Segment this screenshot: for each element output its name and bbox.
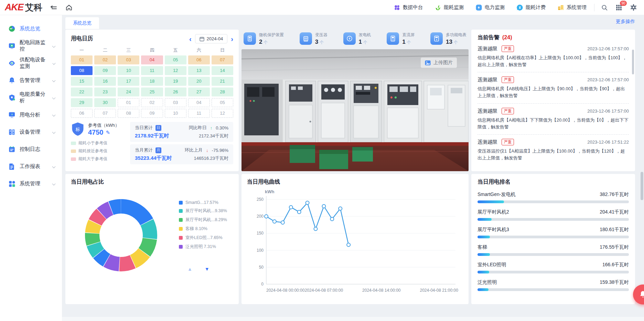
sidebar-item-2[interactable]: 配电回路监控 [0, 37, 62, 54]
sidebar-item-8[interactable]: 控制日志 [0, 141, 62, 158]
calendar-day[interactable]: 28 [212, 87, 233, 96]
calendar-day[interactable]: 02 [94, 55, 116, 64]
transformer-icon [300, 32, 312, 45]
calendar-day[interactable]: 10 [165, 109, 186, 118]
legend-label: 能耗接近参考值 [78, 148, 107, 154]
rank-list: SmartGen-发电机382.76千瓦时展厅平时风机2204.41千瓦时展厅平… [477, 191, 629, 291]
calendar-day[interactable]: 14 [212, 66, 233, 75]
calendar-day[interactable]: 03 [165, 98, 186, 107]
page-scrollbar[interactable] [641, 172, 643, 200]
alerts-scrollbar[interactable] [632, 50, 634, 74]
system-settings-icon [8, 180, 15, 187]
sidebar-item-5[interactable]: 电能质量分析 [0, 89, 62, 106]
calendar-day[interactable]: 05 [165, 55, 186, 64]
sidebar-item-4[interactable]: 告警管理 [0, 72, 62, 89]
generator-icon [343, 32, 356, 45]
calendar-day[interactable]: 13 [188, 66, 210, 75]
nav-item-energy-monitor[interactable]: 能耗监测 [434, 4, 464, 11]
calendar-day[interactable]: 25 [141, 87, 163, 96]
search-icon[interactable] [600, 3, 609, 12]
legend-swatch-near [71, 149, 76, 153]
calendar-day[interactable]: 04 [141, 55, 163, 64]
sidebar-item-3[interactable]: 供配电设备监测 [0, 54, 62, 72]
calendar-day[interactable]: 03 [118, 55, 139, 64]
sidebar-item-6[interactable]: 用电分析 [0, 106, 62, 123]
calendar-day[interactable]: 04 [188, 98, 210, 107]
calendar-day[interactable]: 09 [94, 66, 116, 75]
alert-message: 信息网络机房【A相视在功率】上上限值为【100.00】，当前值为【100】，超出… [477, 54, 629, 68]
calendar-day[interactable]: 16 [94, 77, 116, 86]
calendar-day[interactable]: 12 [165, 66, 186, 75]
calendar-day[interactable]: 08 [71, 66, 93, 75]
sidebar-collapse-icon[interactable] [49, 2, 59, 13]
calendar-day[interactable]: 21 [212, 77, 233, 86]
calendar-day[interactable]: 10 [118, 66, 139, 75]
line-chart: kWh0501001502002502024-04-08 00:00:00202… [247, 187, 463, 298]
calendar-next-icon[interactable]: › [231, 35, 233, 42]
device-stat-generator: 发电机1个 [343, 32, 371, 45]
alert-message: 变压器温控仪1【A相温度】上上限值为【100.00】，当前值为【120】，超出上… [477, 148, 629, 162]
sidebar-item-7[interactable]: 设备管理 [0, 123, 62, 141]
rank-row-top: 展厅平时风机3180.61千瓦时 [477, 227, 629, 233]
calendar-day[interactable]: 05 [212, 98, 233, 107]
header-nav: 数据中台能耗监测电力监测¥能耗计费系统管理 [394, 4, 587, 11]
calendar-day[interactable]: 22 [71, 87, 93, 96]
edit-reference-icon[interactable]: ✎ [106, 130, 110, 136]
nav-item-system-admin[interactable]: 系统管理 [557, 4, 587, 11]
calendar-day[interactable]: 26 [165, 87, 186, 96]
calendar-day[interactable]: 17 [118, 77, 139, 86]
alert-time: 2023-12-06 17:57:00 [587, 77, 629, 82]
calendar-day[interactable]: 23 [94, 87, 116, 96]
donut-chart [78, 192, 164, 280]
equipment-photo: 上传图片 [242, 49, 469, 171]
calendar-day[interactable]: 19 [165, 77, 186, 86]
home-icon[interactable] [64, 2, 74, 13]
equipment-server-icon [8, 128, 15, 136]
calendar-prev-icon[interactable]: ‹ [189, 35, 192, 42]
calendar-day[interactable]: 12 [212, 109, 233, 118]
compare-value: 2172.34千瓦时 [189, 133, 228, 139]
calendar-day[interactable]: 18 [141, 77, 163, 86]
device-unit: 个 [363, 40, 367, 45]
calendar-day[interactable]: 01 [71, 55, 93, 64]
sidebar-item-10[interactable]: 系统管理 [0, 175, 62, 192]
rank-bar-fill [477, 218, 492, 221]
calendar-day[interactable]: 29 [71, 98, 93, 107]
calendar-day[interactable]: 07 [94, 109, 116, 118]
calendar-day[interactable]: 01 [118, 98, 139, 107]
calendar-day[interactable]: 07 [212, 55, 233, 64]
chevron-down-icon [52, 182, 56, 185]
calendar-day[interactable]: 02 [141, 98, 163, 107]
calendar-day[interactable]: 08 [118, 109, 139, 118]
calendar-day[interactable]: 30 [94, 98, 116, 107]
pie-legend-item: 展厅平时风机...8.29% [179, 217, 227, 223]
upload-image-button[interactable]: 上传图片 [421, 58, 457, 68]
gear-icon[interactable] [629, 3, 638, 12]
device-label: 变压器 [315, 32, 328, 38]
more-actions-link[interactable]: 更多操作 [616, 19, 635, 25]
sidebar-item-label: 工作报表 [20, 163, 40, 170]
legend-page-up-icon[interactable]: ▲ [187, 266, 192, 272]
calendar-day[interactable]: 09 [141, 109, 163, 118]
sidebar-item-label: 系统总览 [20, 25, 40, 32]
sidebar-item-1[interactable]: 系统总览 [0, 20, 62, 37]
apps-grid-icon[interactable]: 90 [614, 3, 623, 12]
calendar-day[interactable]: 27 [188, 87, 210, 96]
nav-item-billing[interactable]: ¥能耗计费 [516, 4, 546, 11]
weekday-label: 三 [118, 47, 139, 54]
calendar-day[interactable]: 24 [118, 87, 139, 96]
calendar-day[interactable]: 15 [71, 77, 93, 86]
tab-system-overview[interactable]: 系统总览 [65, 17, 99, 29]
sidebar-item-9[interactable]: 工作报表 [0, 158, 62, 175]
month-picker[interactable]: 2024-04 [195, 34, 228, 43]
calendar-day[interactable]: 20 [188, 77, 210, 86]
calendar-day[interactable]: 06 [71, 109, 93, 118]
nav-item-power-monitor[interactable]: 电力监测 [475, 4, 505, 11]
calendar-day[interactable]: 11 [188, 109, 210, 118]
calendar-day[interactable]: 06 [188, 55, 210, 64]
alert-item: 遥测越限严重2023-12-06 17:51:22变压器温控仪1【A相温度】上上… [477, 135, 629, 165]
legend-page-down-icon[interactable]: ▼ [205, 266, 210, 272]
nav-item-data-platform[interactable]: 数据中台 [394, 4, 423, 11]
calendar-day[interactable]: 11 [141, 66, 163, 75]
calendar-title: 用电日历 [71, 35, 93, 42]
